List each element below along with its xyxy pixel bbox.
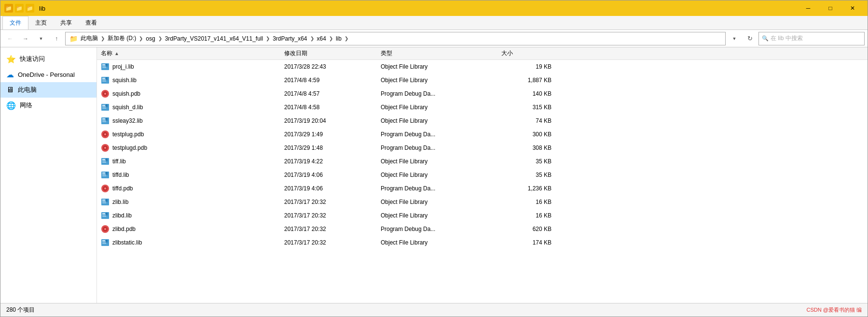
table-row[interactable]: squish_d.lib 2017/4/8 4:58 Object File L… xyxy=(97,101,868,114)
file-cell-size: 19 KB xyxy=(501,63,559,70)
table-row[interactable]: zlibd.pdb 2017/3/17 20:32 Program Debug … xyxy=(97,222,868,236)
tab-file[interactable]: 文件 xyxy=(2,16,28,29)
pdb-icon xyxy=(101,225,110,233)
col-header-name[interactable]: 名称 ▲ xyxy=(101,49,284,58)
file-cell-size: 620 KB xyxy=(501,226,559,232)
file-name: squish.lib xyxy=(112,77,137,84)
address-part-computer[interactable]: 此电脑 xyxy=(81,34,98,43)
file-name: tiffd.pdb xyxy=(112,185,133,192)
lib-icon xyxy=(101,157,110,166)
search-box[interactable]: 🔍 在 lib 中搜索 xyxy=(758,32,865,45)
col-header-size[interactable]: 大小 xyxy=(501,49,559,58)
table-row[interactable]: proj_i.lib 2017/3/28 22:43 Object File L… xyxy=(97,60,868,73)
table-row[interactable]: ssleay32.lib 2017/3/19 20:04 Object File… xyxy=(97,114,868,128)
sidebar-item-thispc[interactable]: 🖥 此电脑 xyxy=(0,82,96,98)
file-name: proj_i.lib xyxy=(112,63,134,70)
table-row[interactable]: zlibd.lib 2017/3/17 20:32 Object File Li… xyxy=(97,209,868,222)
table-row[interactable]: squish.lib 2017/4/8 4:59 Object File Lib… xyxy=(97,73,868,87)
file-cell-type: Object File Library xyxy=(381,104,501,111)
pdb-icon xyxy=(101,184,110,193)
svg-rect-14 xyxy=(102,105,105,106)
file-cell-date: 2017/3/19 4:22 xyxy=(284,158,381,165)
tab-share[interactable]: 共享 xyxy=(54,16,79,29)
table-row[interactable]: squish.pdb 2017/4/8 4:57 Program Debug D… xyxy=(97,87,868,101)
file-cell-name: zlib.lib xyxy=(101,198,284,206)
table-row[interactable]: zlib.lib 2017/3/17 20:32 Object File Lib… xyxy=(97,195,868,209)
table-row[interactable]: tiffd.lib 2017/3/19 4:06 Object File Lib… xyxy=(97,168,868,182)
address-part-drive[interactable]: 新加卷 (D:) xyxy=(108,34,136,43)
file-cell-date: 2017/3/19 20:04 xyxy=(284,117,381,124)
file-cell-size: 174 KB xyxy=(501,239,559,246)
address-box[interactable]: 📁 此电脑 ❯ 新加卷 (D:) ❯ osg ❯ 3rdParty_VS2017… xyxy=(65,32,726,45)
ribbon-tabs: 文件 主页 共享 查看 xyxy=(0,16,868,29)
up-button[interactable]: ↑ xyxy=(50,32,63,45)
search-placeholder: 在 lib 中搜索 xyxy=(771,34,803,43)
recent-locations-button[interactable]: ▼ xyxy=(34,32,48,45)
file-cell-name: zlibd.lib xyxy=(101,211,284,220)
sidebar-item-onedrive[interactable]: ☁ OneDrive - Personal xyxy=(0,67,96,82)
lib-icon xyxy=(101,198,110,206)
status-item-count: 280 个项目 xyxy=(6,306,35,314)
pdb-icon xyxy=(101,89,110,98)
close-button[interactable]: ✕ xyxy=(841,0,864,16)
pdb-icon xyxy=(101,130,110,139)
file-cell-name: zlibd.pdb xyxy=(101,225,284,233)
file-cell-type: Program Debug Da... xyxy=(381,185,501,192)
svg-rect-3 xyxy=(102,67,106,68)
sidebar: ⭐ 快速访问 ☁ OneDrive - Personal 🖥 此电脑 🌐 网络 xyxy=(0,47,97,303)
window-controls: ─ □ ✕ xyxy=(797,0,864,16)
file-cell-name: ssleay32.lib xyxy=(101,116,284,125)
address-part-x64[interactable]: x64 xyxy=(317,35,326,42)
svg-rect-9 xyxy=(106,77,108,80)
file-name: zlibd.pdb xyxy=(112,226,136,232)
col-header-type[interactable]: 类型 xyxy=(381,49,501,58)
forward-button[interactable]: → xyxy=(19,32,32,45)
address-part-osg[interactable]: osg xyxy=(146,35,155,42)
tab-view[interactable]: 查看 xyxy=(79,16,104,29)
file-cell-type: Program Debug Da... xyxy=(381,131,501,138)
file-name: tiffd.lib xyxy=(112,172,129,178)
dropdown-button[interactable]: ▼ xyxy=(728,32,741,45)
svg-rect-58 xyxy=(102,243,106,244)
svg-rect-17 xyxy=(106,104,108,107)
folder-icon-3: 📁 xyxy=(26,4,34,13)
file-cell-name: testplugd.pdb xyxy=(101,144,284,152)
main-area: ⭐ 快速访问 ☁ OneDrive - Personal 🖥 此电脑 🌐 网络 … xyxy=(0,47,868,303)
file-cell-type: Object File Library xyxy=(381,117,501,124)
file-area: 名称 ▲ 修改日期 类型 大小 xyxy=(97,47,868,303)
file-cell-date: 2017/3/19 4:06 xyxy=(284,172,381,178)
sidebar-item-quickaccess[interactable]: ⭐ 快速访问 xyxy=(0,51,96,67)
sidebar-item-network[interactable]: 🌐 网络 xyxy=(0,98,96,113)
file-cell-date: 2017/3/17 20:32 xyxy=(284,226,381,232)
table-row[interactable]: testplug.pdb 2017/3/29 1:49 Program Debu… xyxy=(97,128,868,141)
file-cell-date: 2017/4/8 4:58 xyxy=(284,104,381,111)
file-cell-size: 74 KB xyxy=(501,117,559,124)
back-button[interactable]: ← xyxy=(3,32,17,45)
svg-rect-19 xyxy=(102,118,105,119)
file-cell-name: testplug.pdb xyxy=(101,130,284,139)
file-cell-size: 1,236 KB xyxy=(501,185,559,192)
minimize-button[interactable]: ─ xyxy=(797,0,819,16)
title-bar: 📁 📁 📁 lib ─ □ ✕ xyxy=(0,0,868,16)
file-cell-type: Object File Library xyxy=(381,158,501,165)
file-cell-type: Program Debug Da... xyxy=(381,90,501,97)
maximize-button[interactable]: □ xyxy=(819,0,841,16)
sidebar-label-thispc: 此电脑 xyxy=(18,86,37,94)
svg-rect-21 xyxy=(102,121,106,122)
col-header-date[interactable]: 修改日期 xyxy=(284,49,381,58)
pdb-icon xyxy=(101,144,110,152)
svg-rect-38 xyxy=(106,172,108,175)
refresh-button[interactable]: ↻ xyxy=(743,32,757,45)
address-part-3rdparty-x64[interactable]: 3rdParty_x64 xyxy=(273,35,307,42)
address-part-lib[interactable]: lib xyxy=(336,35,342,42)
table-row[interactable]: tiffd.pdb 2017/3/19 4:06 Program Debug D… xyxy=(97,182,868,195)
svg-point-12 xyxy=(104,93,106,95)
file-list[interactable]: proj_i.lib 2017/3/28 22:43 Object File L… xyxy=(97,60,868,303)
file-cell-type: Object File Library xyxy=(381,172,501,178)
table-row[interactable]: testplugd.pdb 2017/3/29 1:48 Program Deb… xyxy=(97,141,868,155)
tab-home[interactable]: 主页 xyxy=(28,16,54,29)
table-row[interactable]: zlibstatic.lib 2017/3/17 20:32 Object Fi… xyxy=(97,236,868,249)
table-row[interactable]: tiff.lib 2017/3/19 4:22 Object File Libr… xyxy=(97,155,868,168)
file-cell-date: 2017/3/29 1:49 xyxy=(284,131,381,138)
address-part-3rdparty-full[interactable]: 3rdParty_VS2017_v141_x64_V11_full xyxy=(165,35,263,42)
